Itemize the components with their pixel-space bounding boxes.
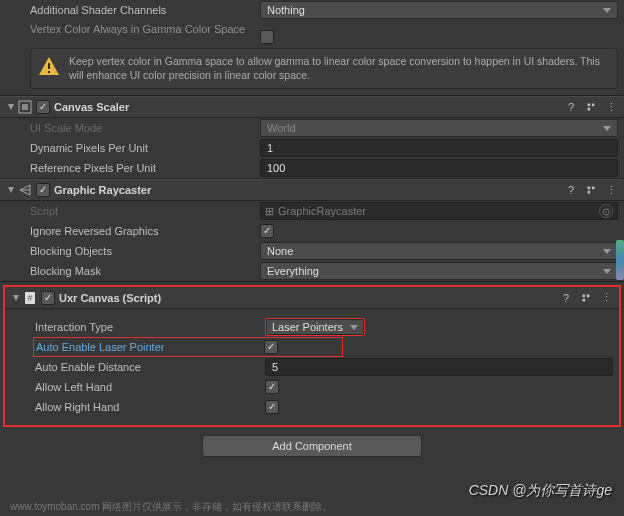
script-icon: ⊞: [265, 205, 274, 218]
preset-icon[interactable]: [584, 100, 598, 114]
blocking-mask-label: Blocking Mask: [30, 265, 260, 277]
preset-icon[interactable]: [579, 291, 593, 305]
help-icon[interactable]: ?: [564, 100, 578, 114]
ignore-reversed-label: Ignore Reversed Graphics: [30, 225, 260, 237]
helpbox: Keep vertex color in Gamma space to allo…: [30, 48, 618, 89]
dynamic-pixels-input[interactable]: 1: [260, 139, 618, 157]
blocking-objects-label: Blocking Objects: [30, 245, 260, 257]
graphic-raycaster-enable-checkbox[interactable]: [36, 183, 50, 197]
scrollbar[interactable]: [616, 240, 624, 280]
interaction-type-label: Interaction Type: [35, 321, 265, 333]
footer-text: www.toymoban.com 网络图片仅供展示，非存储，如有侵权请联系删除。: [10, 500, 332, 514]
script-field: ⊞ GraphicRaycaster: [260, 202, 618, 220]
ui-scale-mode-label: UI Scale Mode: [30, 122, 260, 134]
canvas-scaler-icon: [18, 100, 32, 114]
menu-icon[interactable]: ⋮: [604, 183, 618, 197]
svg-rect-0: [48, 63, 50, 69]
uxr-canvas-enable-checkbox[interactable]: [41, 291, 55, 305]
reference-pixels-label: Reference Pixels Per Unit: [30, 162, 260, 174]
add-component-button[interactable]: Add Component: [202, 435, 422, 457]
script-value: GraphicRaycaster: [278, 205, 366, 217]
preset-icon[interactable]: [584, 183, 598, 197]
script-component-icon: #: [23, 291, 37, 305]
vertex-color-gamma-checkbox[interactable]: [260, 30, 274, 44]
allow-right-hand-label: Allow Right Hand: [35, 401, 265, 413]
graphic-raycaster-icon: [18, 183, 32, 197]
uxr-canvas-title: Uxr Canvas (Script): [59, 292, 559, 304]
help-icon[interactable]: ?: [559, 291, 573, 305]
allow-right-hand-checkbox[interactable]: [265, 400, 279, 414]
dynamic-pixels-label: Dynamic Pixels Per Unit: [30, 142, 260, 154]
auto-enable-distance-input[interactable]: 5: [265, 358, 613, 376]
additional-shader-channels-label: Additional Shader Channels: [30, 4, 260, 16]
graphic-raycaster-title: Graphic Raycaster: [54, 184, 564, 196]
script-label: Script: [30, 205, 260, 217]
watermark-text: CSDN @为你写首诗ge: [469, 482, 612, 500]
help-icon[interactable]: ?: [564, 183, 578, 197]
interaction-type-dropdown[interactable]: Laser Pointers: [265, 318, 365, 336]
foldout-toggle[interactable]: [11, 293, 21, 303]
menu-icon[interactable]: ⋮: [604, 100, 618, 114]
svg-text:#: #: [27, 293, 32, 303]
canvas-scaler-enable-checkbox[interactable]: [36, 100, 50, 114]
foldout-toggle[interactable]: [6, 102, 16, 112]
auto-enable-laser-label: Auto Enable Laser Pointer: [36, 341, 264, 353]
allow-left-hand-label: Allow Left Hand: [35, 381, 265, 393]
warning-icon: [37, 55, 61, 79]
menu-icon[interactable]: ⋮: [599, 291, 613, 305]
ignore-reversed-checkbox[interactable]: [260, 224, 274, 238]
auto-enable-distance-label: Auto Enable Distance: [35, 361, 265, 373]
additional-shader-channels-dropdown[interactable]: Nothing: [260, 1, 618, 19]
vertex-color-gamma-label: Vertex Color Always in Gamma Color Space: [30, 22, 260, 36]
ui-scale-mode-dropdown[interactable]: World: [260, 119, 618, 137]
foldout-toggle[interactable]: [6, 185, 16, 195]
helpbox-text: Keep vertex color in Gamma space to allo…: [69, 55, 611, 82]
svg-rect-1: [48, 71, 50, 73]
object-picker-icon[interactable]: [599, 204, 613, 218]
allow-left-hand-checkbox[interactable]: [265, 380, 279, 394]
blocking-mask-dropdown[interactable]: Everything: [260, 262, 618, 280]
canvas-scaler-title: Canvas Scaler: [54, 101, 564, 113]
blocking-objects-dropdown[interactable]: None: [260, 242, 618, 260]
svg-rect-3: [22, 104, 28, 110]
reference-pixels-input[interactable]: 100: [260, 159, 618, 177]
auto-enable-laser-checkbox[interactable]: [264, 340, 278, 354]
